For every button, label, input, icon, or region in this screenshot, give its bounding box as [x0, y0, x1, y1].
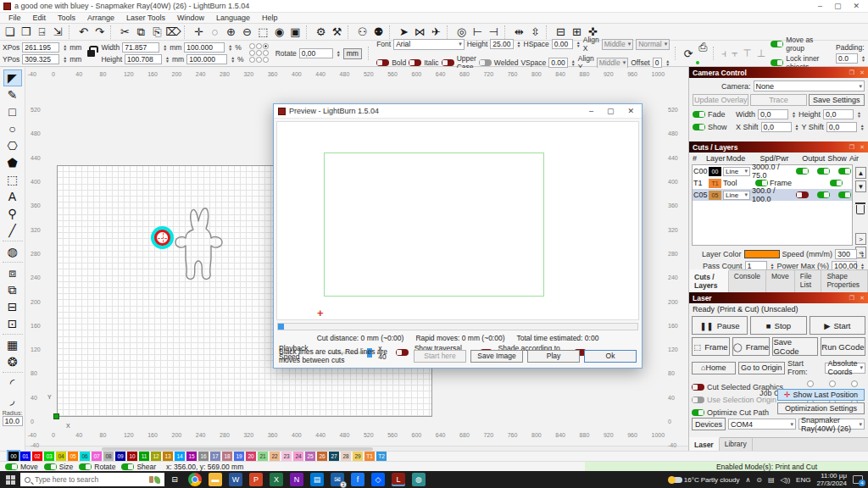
ypos-field[interactable]: 309.325	[22, 54, 59, 64]
fillet-tool[interactable]: ◞	[3, 391, 22, 408]
layer-color-swatch[interactable]	[744, 250, 780, 258]
dialog-maximize-button[interactable]: ▢	[607, 107, 615, 115]
refresh-text-icon[interactable]: ⟳	[683, 47, 693, 60]
palette-color-14[interactable]: 14	[175, 452, 185, 461]
onenote-icon[interactable]: N	[290, 473, 303, 486]
camera-combo[interactable]: None▾	[754, 80, 865, 92]
output-toggle[interactable]	[796, 191, 809, 198]
palette-color-29[interactable]: 29	[353, 452, 363, 461]
palette-color-07[interactable]: 07	[92, 452, 102, 461]
anchor-grid[interactable]	[247, 43, 272, 64]
yshift-field[interactable]: 0,0	[826, 122, 857, 132]
preview-viewport[interactable]: +	[276, 121, 639, 320]
palette-color-11[interactable]: 11	[139, 452, 149, 461]
palette-color-27[interactable]: 27	[329, 452, 339, 461]
layer-color-chip[interactable]: 05	[709, 191, 721, 200]
layer-color-chip[interactable]: T1	[709, 179, 721, 188]
hspace-field[interactable]: 0.00	[552, 39, 573, 49]
maximize-button[interactable]: ▢	[834, 2, 842, 10]
menu-help[interactable]: Help	[257, 14, 283, 22]
palette-color-18[interactable]: 18	[222, 452, 232, 461]
shear-toggle[interactable]	[121, 463, 134, 470]
close-button[interactable]: ✕	[853, 2, 860, 10]
save-file-icon[interactable]: ⍈	[34, 25, 50, 40]
palette-color-06[interactable]: 06	[80, 452, 90, 461]
palette-color-16[interactable]: 16	[198, 452, 209, 461]
tab-file-list[interactable]: File List	[795, 270, 822, 292]
palette-color-25[interactable]: 25	[305, 452, 315, 461]
palette-color-01[interactable]: 01	[20, 452, 31, 461]
tray-app-icon[interactable]: ⊙	[756, 476, 762, 484]
import-file-icon[interactable]: ⇲	[50, 25, 66, 40]
palette-color-10[interactable]: 10	[127, 452, 137, 461]
show-toggle[interactable]	[817, 168, 830, 175]
use-selection-origin-toggle[interactable]	[692, 396, 704, 403]
status-toggle-shear[interactable]: Shear	[121, 463, 156, 471]
notification-center-icon[interactable]: 4	[853, 475, 863, 484]
menu-language[interactable]: Language	[211, 14, 255, 22]
close-panel-icon[interactable]: ✕	[860, 295, 865, 302]
distribute-bottom-icon[interactable]: ⊥	[757, 47, 765, 59]
show-toggle[interactable]	[830, 180, 843, 186]
offset-field[interactable]: 0	[653, 58, 662, 68]
draw-lines-tool[interactable]: ✎	[3, 86, 22, 103]
palette-color-23[interactable]: 23	[281, 452, 292, 461]
show-last-position-button[interactable]: ✛Show Last Position	[777, 389, 865, 401]
position-laser-tool[interactable]: ⚲	[3, 205, 22, 222]
corner-radius-tool[interactable]: ◜	[3, 374, 22, 391]
move-as-group-toggle[interactable]	[771, 41, 783, 47]
distribute-left-icon[interactable]: ⫞	[721, 47, 726, 59]
distribute-top-icon[interactable]: ⊤	[743, 47, 751, 59]
menu-edit[interactable]: Edit	[28, 14, 52, 22]
palette-color-00[interactable]: 00	[8, 452, 19, 461]
undo-icon[interactable]: ↶	[75, 25, 92, 40]
rotate-field[interactable]: 0,00	[299, 48, 333, 58]
boolean-subtract-tool[interactable]: ⊟	[3, 298, 22, 315]
palette-color-05[interactable]: 05	[68, 452, 78, 461]
menu-laser-tools[interactable]: Laser Tools	[121, 14, 170, 22]
stop-button[interactable]: ■Stop	[750, 316, 806, 335]
zoom-previous-icon[interactable]: ◌	[207, 25, 223, 40]
paste-icon[interactable]: ⎘	[149, 25, 165, 40]
tab-console[interactable]: Console	[729, 270, 766, 292]
browser-icon[interactable]: ◍	[412, 473, 426, 486]
device-settings-icon[interactable]: ⚒	[329, 25, 345, 40]
excel-icon[interactable]: X	[270, 473, 283, 486]
network-icon[interactable]: ▤	[768, 476, 775, 484]
dialog-close-button[interactable]: ✕	[627, 107, 634, 115]
clock[interactable]: 11:00 μμ 27/3/2024	[816, 472, 847, 487]
trace-button[interactable]: Trace	[750, 94, 806, 106]
pan-icon[interactable]: ✛	[191, 25, 207, 40]
palette-color-15[interactable]: 15	[186, 452, 197, 461]
show-toggle[interactable]	[817, 191, 830, 198]
palette-color-T2[interactable]: T2	[376, 452, 387, 461]
devices-button[interactable]: Devices	[692, 418, 726, 430]
layer-mode-combo[interactable]: Line▾	[723, 167, 750, 176]
device-combo[interactable]: Snapmaker Ray(40W) (26)▾	[798, 419, 865, 430]
palette-color-28[interactable]: 28	[341, 452, 351, 461]
preview-titlebar[interactable]: Preview - LightBurn 1.5.04 – ▢ ✕	[274, 104, 642, 119]
text-tool[interactable]: A	[3, 188, 22, 205]
layer-down-button[interactable]: ▼	[855, 180, 866, 192]
layer-row-C05[interactable]: C0505Line▾300.0 / 100.0	[693, 189, 852, 201]
start-here-button[interactable]: Start here	[414, 350, 466, 363]
xpos-field[interactable]: 261.195	[22, 42, 59, 53]
home-button[interactable]: ⌂ Home	[692, 362, 736, 374]
facebook-icon[interactable]: f	[351, 473, 364, 486]
welded-toggle[interactable]	[479, 59, 492, 66]
tab-laser[interactable]: Laser	[689, 437, 720, 452]
boolean-intersect-tool[interactable]: ⊡	[3, 315, 22, 332]
palette-color-20[interactable]: 20	[246, 452, 256, 461]
mail-icon[interactable]: ✉3	[331, 473, 344, 486]
layer-mode-combo[interactable]: Line▾	[723, 191, 750, 200]
start-from-combo[interactable]: Absolute Coords▾	[825, 363, 865, 374]
layer-up-button[interactable]: ▲	[855, 167, 866, 179]
text-mode-combo[interactable]: Normal▾	[636, 39, 670, 50]
job-origin-radio-2[interactable]	[851, 380, 858, 387]
menu-file[interactable]: File	[3, 14, 26, 22]
boolean-union-tool[interactable]: ⧉	[3, 281, 22, 298]
taskbar-search[interactable]: Type here to search	[20, 473, 164, 486]
bluey-shape-outline[interactable]	[172, 203, 226, 284]
fade-toggle[interactable]	[693, 111, 705, 118]
aligny-combo[interactable]: Middle▾	[597, 58, 629, 69]
